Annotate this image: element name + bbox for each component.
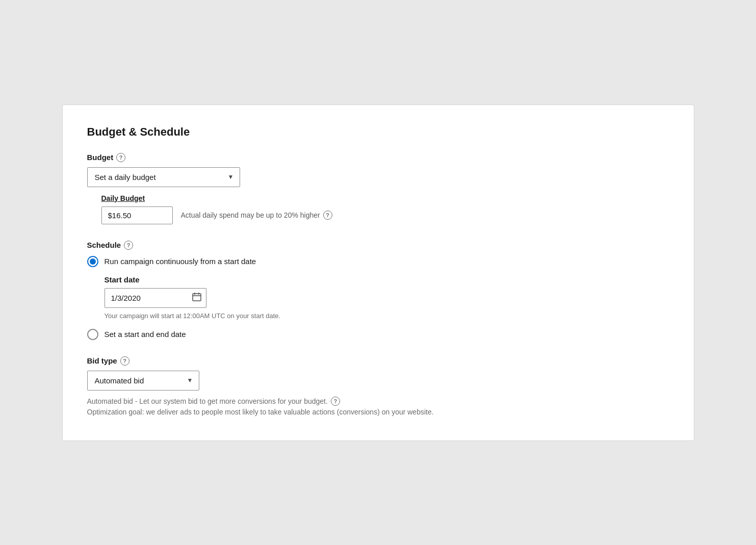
budget-dropdown-wrapper: Set a daily budgetSet a lifetime budget …: [87, 167, 240, 187]
schedule-radio-continuous[interactable]: [87, 256, 98, 267]
start-date-hint: Your campaign will start at 12:00AM UTC …: [105, 312, 669, 320]
daily-budget-hint: Actual daily spend may be up to 20% high…: [181, 211, 332, 220]
optimization-goal: Optimization goal: we deliver ads to peo…: [87, 408, 669, 416]
schedule-help-icon[interactable]: ?: [124, 241, 133, 250]
bid-type-help-icon[interactable]: ?: [120, 356, 129, 366]
schedule-section: Schedule ? Run campaign continuously fro…: [87, 241, 669, 340]
schedule-option-continuous[interactable]: Run campaign continuously from a start d…: [87, 256, 669, 267]
schedule-label: Schedule ?: [87, 241, 669, 250]
budget-section: Budget ? Set a daily budgetSet a lifetim…: [87, 153, 669, 224]
bid-type-section: Bid type ? Automated bidMaximum CPCEnhan…: [87, 356, 669, 416]
schedule-radio-group: Run campaign continuously from a start d…: [87, 256, 669, 340]
budget-help-icon[interactable]: ?: [116, 153, 125, 162]
daily-budget-label: Daily Budget: [101, 194, 669, 202]
budget-type-select[interactable]: Set a daily budgetSet a lifetime budget: [87, 167, 240, 187]
bid-type-select[interactable]: Automated bidMaximum CPCEnhanced CPC: [87, 371, 199, 391]
start-date-input[interactable]: [105, 288, 206, 308]
schedule-continuous-label: Run campaign continuously from a start d…: [105, 257, 256, 266]
schedule-radio-continuous-dot: [90, 258, 96, 265]
schedule-option-start-end[interactable]: Set a start and end date: [87, 329, 669, 340]
start-date-section: Start date Your campaign will s: [105, 275, 669, 320]
section-title: Budget & Schedule: [87, 125, 669, 139]
bid-type-label: Bid type ?: [87, 356, 669, 366]
bid-type-dropdown-wrapper: Automated bidMaximum CPCEnhanced CPC ▼: [87, 371, 199, 391]
budget-label: Budget ?: [87, 153, 669, 162]
schedule-radio-start-end[interactable]: [87, 329, 98, 340]
budget-schedule-card: Budget & Schedule Budget ? Set a daily b…: [62, 105, 694, 441]
schedule-start-end-label: Set a start and end date: [105, 330, 186, 339]
start-date-input-wrapper: [105, 288, 206, 308]
daily-budget-row: Actual daily spend may be up to 20% high…: [101, 206, 669, 224]
daily-budget-input[interactable]: [101, 206, 173, 224]
schedule-radio-group: Run campaign continuously from a start d…: [87, 256, 669, 320]
daily-budget-subsection: Daily Budget Actual daily spend may be u…: [101, 194, 669, 224]
automated-bid-help-icon[interactable]: ?: [331, 397, 340, 406]
start-date-label: Start date: [105, 275, 669, 284]
daily-budget-hint-icon[interactable]: ?: [323, 211, 332, 220]
automated-bid-description: Automated bid - Let our system bid to ge…: [87, 397, 669, 406]
